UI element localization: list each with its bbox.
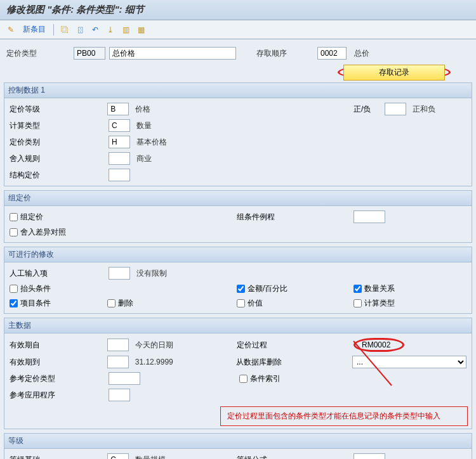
scale-formula-field[interactable]: [354, 453, 385, 459]
sign-field[interactable]: [385, 103, 406, 115]
value-label: 价值: [248, 298, 263, 309]
cond-class-code[interactable]: [107, 103, 129, 115]
pricing-proc-label: 定价过程: [237, 340, 267, 351]
group-master-data: 主数据 有效期自 今天的日期 定价过程 有效期到 31.12.9999 从数据库…: [4, 318, 472, 429]
undo-icon[interactable]: ↶: [89, 24, 101, 36]
group-control-header: 控制数据 1: [4, 83, 472, 98]
cond-cat-code[interactable]: [109, 136, 130, 148]
var-round-diff-checkbox[interactable]: [10, 228, 18, 236]
item-cond-label: 项目条件: [20, 298, 51, 309]
calc-type-checkbox[interactable]: [354, 299, 362, 307]
body-area: 定价类型 存取顺序 总价 存取记录 控制数据 1 定价等级 价格: [0, 39, 476, 459]
group-scales: 等级 等级基础 数量规模 等级公式 检查值 没有 计量单位: [4, 433, 472, 459]
manual-entries-desc: 没有限制: [133, 268, 171, 279]
struct-code[interactable]: [109, 169, 130, 181]
group-cond-routine-label: 组条件例程: [237, 212, 275, 223]
scale-formula-label: 等级公式: [237, 455, 267, 460]
group-scales-header: 等级: [4, 434, 472, 449]
toolbar: ✎ 新条目 ⿻ ⌹ ↶ ⤓ ▥ ▦: [0, 20, 476, 39]
table-icon[interactable]: ▦: [135, 24, 147, 36]
delete-checkbox[interactable]: [107, 299, 116, 307]
cond-type-label: 定价类型: [6, 48, 70, 59]
manual-entries-code[interactable]: [109, 267, 130, 280]
ref-app-field[interactable]: [109, 389, 130, 401]
delete-label: 删除: [118, 298, 133, 309]
valid-from-label: 有效期自: [10, 340, 40, 351]
qty-relation-checkbox[interactable]: [354, 285, 362, 293]
ref-cond-type-field[interactable]: [109, 372, 140, 385]
ref-app-label: 参考应用程序: [10, 390, 55, 401]
amount-percent-label: 金额/百分比: [248, 283, 288, 294]
calc-type-label: 计算类型: [10, 120, 40, 131]
group-pricing-label: 组定价: [20, 212, 43, 223]
var-round-diff-label: 舍入差异对照: [20, 227, 66, 238]
cond-type-code[interactable]: [74, 47, 105, 60]
group-cond-routine-field[interactable]: [354, 210, 385, 223]
rounding-desc: 商业: [133, 153, 155, 164]
group-changes: 可进行的修改 人工输入项 没有限制 抬头条件 金额/百分比 数量关系 项目条件 …: [4, 247, 472, 314]
access-records-button[interactable]: 存取记录: [343, 65, 445, 81]
access-seq-code[interactable]: [317, 47, 347, 60]
ref-cond-type-label: 参考定价类型: [10, 373, 55, 384]
header-cond-checkbox[interactable]: [10, 285, 18, 293]
valid-from-code[interactable]: [107, 339, 129, 351]
group-master-header: 主数据: [4, 318, 472, 333]
cond-cat-desc: 基本价格: [133, 137, 171, 148]
scale-basis-code[interactable]: [107, 453, 129, 459]
export-icon[interactable]: ⤓: [105, 24, 116, 36]
sign-desc: 正和负: [409, 104, 439, 115]
group-control-data: 控制数据 1 定价等级 价格 正/负 正和负 计算类型 数量 定价类别 基本价格: [4, 82, 472, 186]
cond-class-label: 定价等级: [10, 104, 40, 115]
amount-percent-checkbox[interactable]: [237, 285, 245, 293]
annotation-note: 定价过程里面包含的条件类型才能在信息记录的条件类型中输入: [220, 406, 468, 426]
access-seq-label: 存取顺序: [256, 48, 314, 59]
item-cond-checkbox[interactable]: [10, 299, 18, 307]
delete-from-db-select[interactable]: ...: [352, 356, 466, 368]
access-seq-desc: 总价: [350, 48, 373, 59]
scale-basis-label: 等级基础: [10, 455, 40, 460]
rounding-label: 舍入规则: [10, 153, 40, 164]
pricing-proc-field[interactable]: [359, 339, 399, 351]
highlight-pricing-proc: [354, 338, 404, 352]
cond-cat-label: 定价类别: [10, 137, 40, 148]
valid-to-code[interactable]: [107, 356, 129, 368]
valid-to-label: 有效期到: [10, 357, 40, 368]
delete-from-db-label: 从数据库删除: [236, 357, 282, 368]
calc-type-desc: 数量: [133, 120, 155, 131]
group-pricing-checkbox[interactable]: [10, 213, 18, 221]
calc-type-label2: 计算类型: [364, 298, 395, 309]
separator: [53, 24, 54, 36]
new-entries-link[interactable]: 新条目: [20, 23, 48, 36]
group-group-header: 组定价: [4, 191, 472, 206]
value-checkbox[interactable]: [237, 299, 245, 307]
calc-type-code[interactable]: [109, 119, 130, 132]
valid-from-desc: 今天的日期: [131, 340, 177, 351]
cond-index-checkbox[interactable]: [239, 375, 248, 383]
sign-label: 正/负: [354, 104, 371, 115]
edit-icon[interactable]: ✎: [5, 24, 17, 36]
window-title: 修改视图 "条件: 条件类型": 细节: [0, 0, 476, 20]
cond-class-desc: 价格: [131, 104, 154, 115]
qty-relation-label: 数量关系: [364, 283, 395, 294]
copy-icon[interactable]: ⿻: [59, 24, 70, 36]
folder-icon[interactable]: ▥: [120, 24, 131, 36]
group-changes-header: 可进行的修改: [4, 247, 472, 262]
rounding-code[interactable]: [109, 152, 130, 165]
cond-type-desc[interactable]: [109, 47, 236, 60]
scale-basis-desc: 数量规模: [131, 455, 169, 460]
valid-to-val: 31.12.9999: [131, 358, 177, 366]
header-cond-label: 抬头条件: [20, 283, 51, 294]
highlight-access-records: 存取记录: [338, 65, 451, 80]
group-group-pricing: 组定价 组定价 组条件例程 舍入差异对照: [4, 190, 472, 243]
manual-entries-label: 人工输入项: [10, 268, 48, 279]
struct-label: 结构定价: [10, 170, 40, 181]
cond-index-label: 条件索引: [250, 373, 281, 384]
save-icon[interactable]: ⌹: [74, 24, 86, 36]
